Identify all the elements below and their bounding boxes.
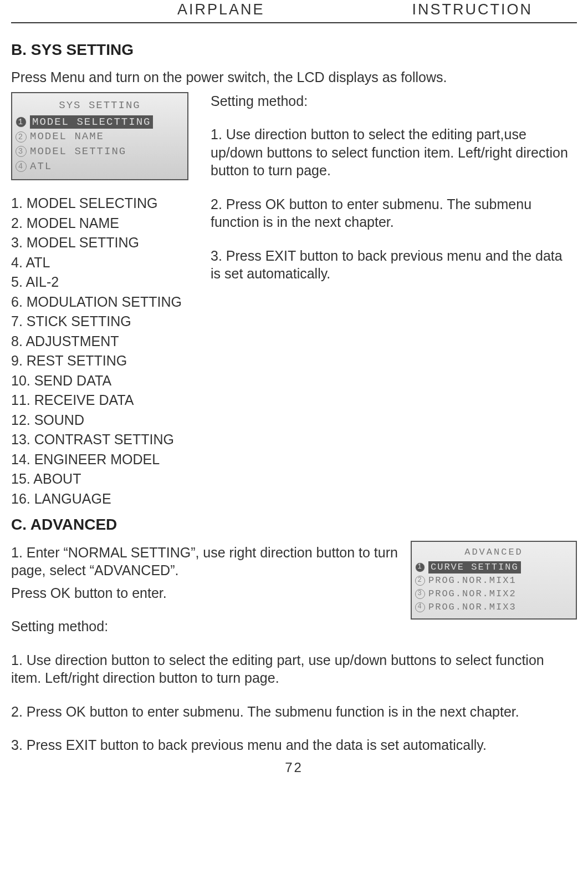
list-item: 13. CONTRAST SETTING: [11, 430, 200, 449]
method-heading: Setting method:: [11, 617, 400, 636]
method-heading: Setting method:: [211, 92, 571, 110]
header-right: INSTRUCTION: [412, 0, 533, 19]
lcd-row-num: 4: [415, 602, 425, 612]
list-item: 12. SOUND: [11, 411, 200, 429]
lcd-row-text: MODEL NAME: [30, 130, 104, 144]
list-item: 6. MODULATION SETTING: [11, 293, 200, 311]
lcd-row-text: PROG.NOR.MIX2: [428, 588, 517, 600]
lcd-sys-setting: SYS SETTING 1 MODEL SELECTTING 2 MODEL N…: [11, 92, 188, 180]
lcd-row: 1 CURVE SETTING: [415, 561, 572, 574]
lcd-row: 3 MODEL SETTING: [16, 144, 184, 159]
lcd-row: 2 PROG.NOR.MIX1: [415, 574, 572, 587]
method-step: 2. Press OK button to enter submenu. The…: [211, 195, 571, 231]
lcd-row: 4 ATL: [16, 159, 184, 174]
method-step: 3. Press EXIT button to back previous me…: [211, 247, 571, 283]
lcd-row-text: MODEL SETTING: [30, 145, 126, 159]
list-item: 8. ADJUSTMENT: [11, 332, 200, 351]
lcd-row-text: ATL: [30, 160, 52, 174]
lcd-row-text: CURVE SETTING: [428, 561, 521, 573]
list-item: 1. MODEL SELECTING: [11, 194, 200, 212]
list-item: 11. RECEIVE DATA: [11, 391, 200, 409]
lcd-row-num: 3: [415, 589, 425, 599]
page-number: 72: [11, 759, 577, 776]
lcd-row: 4 PROG.NOR.MIX3: [415, 601, 572, 614]
list-item: 4. ATL: [11, 253, 200, 272]
lcd-title: ADVANCED: [415, 546, 572, 559]
method-step: 1. Use direction button to select the ed…: [11, 651, 577, 687]
section-c-heading: C. ADVANCED: [11, 515, 577, 535]
section-b-heading: B. SYS SETTING: [11, 40, 577, 60]
lcd-row-num: 3: [16, 146, 27, 157]
header-left: AIRPLANE: [177, 0, 265, 19]
lcd-advanced: ADVANCED 1 CURVE SETTING 2 PROG.NOR.MIX1…: [411, 541, 577, 620]
lcd-row-num: 1: [16, 116, 27, 128]
list-item: 2. MODEL NAME: [11, 214, 200, 232]
lcd-title: SYS SETTING: [16, 99, 184, 113]
list-item: 9. REST SETTING: [11, 352, 200, 370]
list-item: 3. MODEL SETTING: [11, 234, 200, 252]
list-item: 5. AIL-2: [11, 273, 200, 291]
list-item: 7. STICK SETTING: [11, 312, 200, 331]
lcd-row-text: PROG.NOR.MIX3: [428, 601, 517, 613]
list-item: 15. ABOUT: [11, 470, 200, 488]
method-step: 3. Press EXIT button to back previous me…: [11, 736, 577, 754]
lcd-row: 1 MODEL SELECTTING: [16, 115, 184, 130]
lcd-row-num: 2: [16, 131, 27, 143]
list-item: 14. ENGINEER MODEL: [11, 450, 200, 469]
lcd-row: 2 MODEL NAME: [16, 129, 184, 144]
lcd-row: 3 PROG.NOR.MIX2: [415, 587, 572, 601]
lcd-row-num: 4: [16, 161, 27, 172]
sys-setting-list: 1. MODEL SELECTING 2. MODEL NAME 3. MODE…: [11, 194, 200, 507]
section-b-intro: Press Menu and turn on the power switch,…: [11, 68, 577, 87]
section-c-intro1: 1. Enter “NORMAL SETTING”, use right dir…: [11, 544, 400, 580]
lcd-row-text: MODEL SELECTTING: [30, 115, 153, 129]
page-header: AIRPLANE INSTRUCTION: [11, 0, 577, 23]
method-step: 2. Press OK button to enter submenu. The…: [11, 703, 577, 721]
method-step: 1. Use direction button to select the ed…: [211, 125, 571, 180]
list-item: 16. LANGUAGE: [11, 490, 200, 508]
lcd-row-num: 1: [415, 562, 425, 572]
lcd-row-num: 2: [415, 576, 425, 586]
section-c-intro2: Press OK button to enter.: [11, 584, 400, 602]
lcd-row-text: PROG.NOR.MIX1: [428, 575, 517, 587]
list-item: 10. SEND DATA: [11, 372, 200, 390]
